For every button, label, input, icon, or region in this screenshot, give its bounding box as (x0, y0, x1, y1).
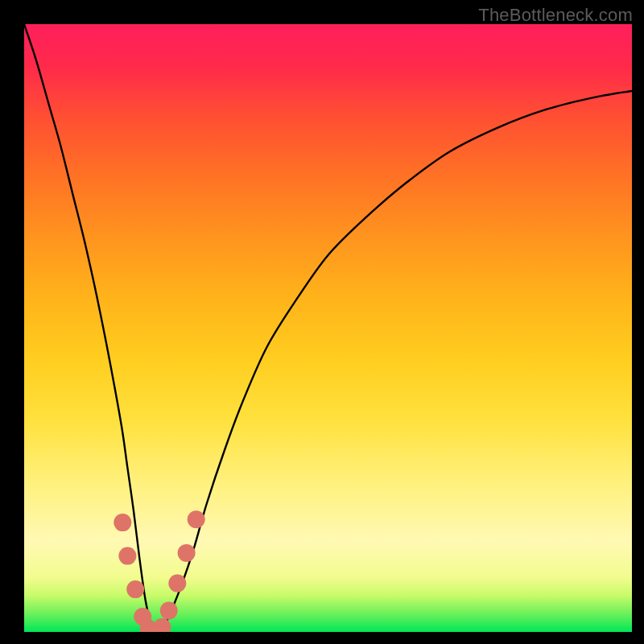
curve-marker (168, 575, 186, 592)
curve-path (24, 24, 632, 632)
attribution-text: TheBottleneck.com (478, 5, 633, 26)
plot-area (24, 24, 632, 632)
curve-marker (153, 618, 171, 632)
curve-markers (114, 510, 204, 632)
curve-marker (178, 544, 196, 562)
bottleneck-curve (24, 24, 632, 632)
curve-marker (118, 547, 136, 565)
curve-marker (126, 580, 144, 598)
curve-marker (160, 602, 178, 620)
curve-marker (188, 510, 205, 528)
curve-marker (114, 514, 131, 531)
chart-frame: TheBottleneck.com (0, 0, 644, 644)
